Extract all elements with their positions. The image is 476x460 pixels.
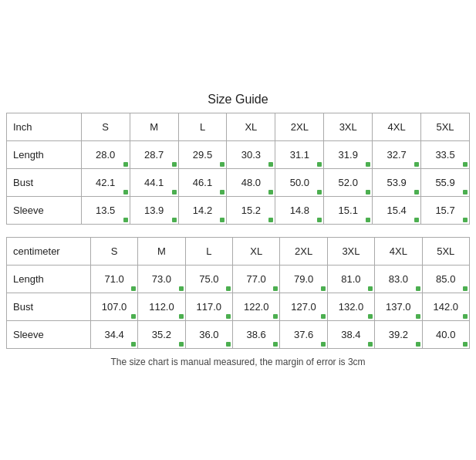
inch-length-row: Length 28.0 28.7 29.5 30.3 31.1 31.9 32.…: [7, 141, 470, 169]
inch-length-m: 28.7: [130, 141, 178, 169]
cm-sleeve-3xl: 38.4: [327, 321, 374, 349]
inch-bust-2xl: 50.0: [275, 169, 324, 197]
inch-label: Inch: [7, 113, 82, 141]
cm-size-5xl: 5XL: [422, 238, 469, 266]
inch-length-l: 29.5: [178, 141, 227, 169]
cm-bust-label: Bust: [7, 293, 91, 321]
inch-sleeve-xl: 15.2: [227, 197, 275, 225]
cm-length-xl: 77.0: [233, 266, 280, 293]
cm-header-row: centimeter S M L XL 2XL 3XL 4XL 5XL: [7, 238, 470, 266]
inch-bust-5xl: 55.9: [421, 169, 470, 197]
inch-sleeve-label: Sleeve: [7, 197, 82, 225]
cm-length-row: Length 71.0 73.0 75.0 77.0 79.0 81.0 83.…: [7, 266, 470, 293]
inch-bust-s: 42.1: [81, 169, 130, 197]
inch-header-row: Inch S M L XL 2XL 3XL 4XL 5XL: [7, 113, 470, 141]
inch-bust-l: 46.1: [178, 169, 227, 197]
cm-sleeve-s: 34.4: [90, 321, 137, 349]
inch-sleeve-3xl: 15.1: [324, 197, 373, 225]
inch-bust-3xl: 52.0: [324, 169, 373, 197]
inch-sleeve-m: 13.9: [130, 197, 178, 225]
inch-size-m: M: [130, 113, 178, 141]
cm-size-s: S: [90, 238, 137, 266]
cm-length-label: Length: [7, 266, 91, 293]
cm-bust-xl: 122.0: [233, 293, 280, 321]
inch-size-5xl: 5XL: [421, 113, 470, 141]
cm-bust-5xl: 142.0: [422, 293, 469, 321]
inch-size-s: S: [81, 113, 130, 141]
cm-length-5xl: 85.0: [422, 266, 469, 293]
cm-sleeve-m: 35.2: [138, 321, 185, 349]
inch-bust-row: Bust 42.1 44.1 46.1 48.0 50.0 52.0 53.9 …: [7, 169, 470, 197]
cm-length-s: 71.0: [90, 266, 137, 293]
page-title: Size Guide: [6, 93, 470, 107]
inch-size-4xl: 4XL: [373, 113, 421, 141]
inch-sleeve-4xl: 15.4: [373, 197, 421, 225]
inch-length-5xl: 33.5: [421, 141, 470, 169]
cm-sleeve-5xl: 40.0: [422, 321, 469, 349]
inch-sleeve-2xl: 14.8: [275, 197, 324, 225]
footer-note: The size chart is manual measured, the m…: [6, 357, 470, 367]
cm-size-xl: XL: [233, 238, 280, 266]
cm-length-2xl: 79.0: [280, 266, 327, 293]
inch-length-s: 28.0: [81, 141, 130, 169]
cm-bust-2xl: 127.0: [280, 293, 327, 321]
cm-bust-3xl: 132.0: [327, 293, 374, 321]
inch-bust-xl: 48.0: [227, 169, 275, 197]
cm-table: centimeter S M L XL 2XL 3XL 4XL 5XL Leng…: [6, 237, 470, 349]
inch-length-2xl: 31.1: [275, 141, 324, 169]
inch-length-xl: 30.3: [227, 141, 275, 169]
section-gap: [6, 225, 470, 237]
cm-sleeve-4xl: 39.2: [375, 321, 422, 349]
cm-bust-4xl: 137.0: [375, 293, 422, 321]
cm-length-4xl: 83.0: [375, 266, 422, 293]
cm-size-2xl: 2XL: [280, 238, 327, 266]
inch-sleeve-row: Sleeve 13.5 13.9 14.2 15.2 14.8 15.1 15.…: [7, 197, 470, 225]
inch-table: Inch S M L XL 2XL 3XL 4XL 5XL Length 28.…: [6, 113, 470, 225]
inch-bust-4xl: 53.9: [373, 169, 421, 197]
cm-sleeve-label: Sleeve: [7, 321, 91, 349]
inch-sleeve-l: 14.2: [178, 197, 227, 225]
cm-bust-s: 107.0: [90, 293, 137, 321]
cm-size-3xl: 3XL: [327, 238, 374, 266]
cm-sleeve-xl: 38.6: [233, 321, 280, 349]
inch-sleeve-5xl: 15.7: [421, 197, 470, 225]
inch-length-label: Length: [7, 141, 82, 169]
cm-size-l: L: [185, 238, 232, 266]
cm-sleeve-2xl: 37.6: [280, 321, 327, 349]
inch-bust-m: 44.1: [130, 169, 178, 197]
cm-sleeve-row: Sleeve 34.4 35.2 36.0 38.6 37.6 38.4 39.…: [7, 321, 470, 349]
cm-size-4xl: 4XL: [375, 238, 422, 266]
cm-size-m: M: [138, 238, 185, 266]
cm-sleeve-l: 36.0: [185, 321, 232, 349]
inch-size-2xl: 2XL: [275, 113, 324, 141]
cm-bust-m: 112.0: [138, 293, 185, 321]
cm-bust-l: 117.0: [185, 293, 232, 321]
inch-size-l: L: [178, 113, 227, 141]
inch-length-3xl: 31.9: [324, 141, 373, 169]
cm-length-3xl: 81.0: [327, 266, 374, 293]
cm-length-m: 73.0: [138, 266, 185, 293]
cm-length-l: 75.0: [185, 266, 232, 293]
main-container: Size Guide Inch S M L XL 2XL 3XL 4XL 5XL…: [0, 85, 476, 375]
inch-sleeve-s: 13.5: [81, 197, 130, 225]
inch-bust-label: Bust: [7, 169, 82, 197]
inch-size-3xl: 3XL: [324, 113, 373, 141]
cm-label: centimeter: [7, 238, 91, 266]
inch-length-4xl: 32.7: [373, 141, 421, 169]
cm-bust-row: Bust 107.0 112.0 117.0 122.0 127.0 132.0…: [7, 293, 470, 321]
inch-size-xl: XL: [227, 113, 275, 141]
